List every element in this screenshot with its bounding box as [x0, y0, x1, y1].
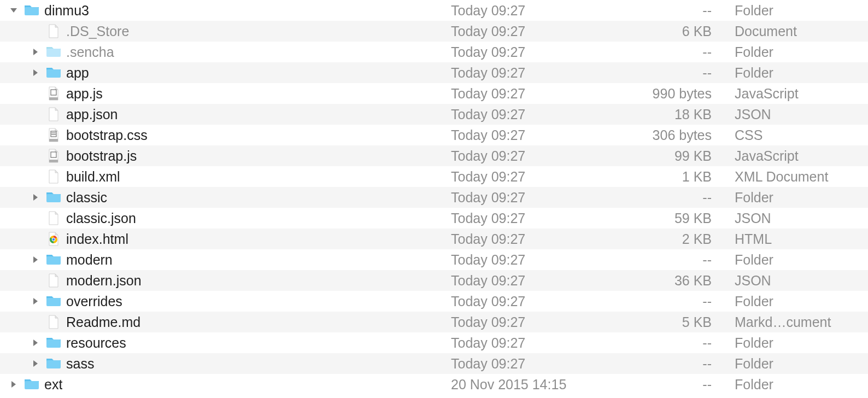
- file-row[interactable]: classicToday 09:27--Folder: [0, 187, 868, 208]
- disclosure-right-icon[interactable]: [30, 338, 41, 347]
- file-kind: Folder: [732, 356, 868, 372]
- file-date: Today 09:27: [445, 231, 599, 247]
- file-name-cell: resources: [0, 335, 445, 351]
- disclosure-right-icon[interactable]: [8, 380, 19, 389]
- file-name: build.xml: [66, 169, 120, 185]
- file-name-cell: dinmu3: [0, 2, 445, 19]
- file-name: sass: [66, 356, 94, 372]
- css-file-icon: [45, 127, 62, 143]
- disclosure-right-icon[interactable]: [30, 68, 41, 77]
- file-name-cell: classic.json: [0, 210, 445, 226]
- file-name: ext: [44, 377, 62, 393]
- file-row[interactable]: overridesToday 09:27--Folder: [0, 291, 868, 312]
- file-name-cell: Readme.md: [0, 314, 445, 330]
- file-row[interactable]: app.jsonToday 09:2718 KBJSON: [0, 104, 868, 125]
- file-kind: Folder: [732, 3, 868, 19]
- file-date: Today 09:27: [445, 127, 599, 143]
- file-name-cell: sass: [0, 355, 445, 372]
- file-size: 18 KB: [599, 107, 732, 122]
- file-kind: JavaScript: [732, 86, 868, 102]
- file-name: modern: [66, 252, 113, 268]
- file-date: Today 09:27: [445, 44, 599, 60]
- file-row[interactable]: classic.jsonToday 09:2759 KBJSON: [0, 208, 868, 229]
- file-row[interactable]: modernToday 09:27--Folder: [0, 249, 868, 270]
- file-kind: XML Document: [732, 169, 868, 185]
- file-size: --: [599, 356, 732, 372]
- file-date: Today 09:27: [445, 314, 599, 330]
- file-row[interactable]: index.htmlToday 09:272 KBHTML: [0, 229, 868, 249]
- file-date: Today 09:27: [445, 210, 599, 226]
- file-date: Today 09:27: [445, 356, 599, 372]
- folder-icon: [45, 293, 62, 309]
- file-row[interactable]: .DS_StoreToday 09:276 KBDocument: [0, 21, 868, 42]
- folder-icon: [24, 376, 40, 393]
- file-name: resources: [66, 335, 126, 351]
- file-name: .DS_Store: [66, 24, 129, 39]
- file-row[interactable]: sassToday 09:27--Folder: [0, 353, 868, 374]
- file-row[interactable]: bootstrap.cssToday 09:27306 bytesCSS: [0, 125, 868, 145]
- file-size: 2 KB: [599, 231, 732, 247]
- file-name: overrides: [66, 294, 122, 309]
- file-kind: Document: [732, 24, 868, 39]
- file-date: Today 09:27: [445, 252, 599, 268]
- file-kind: CSS: [732, 127, 868, 143]
- folder-icon: [24, 2, 40, 19]
- file-date: Today 09:27: [445, 86, 599, 102]
- file-size: --: [599, 335, 732, 351]
- folder-icon: [45, 335, 62, 351]
- file-size: 59 KB: [599, 210, 732, 226]
- file-name-cell: build.xml: [0, 168, 445, 185]
- file-name: Readme.md: [66, 314, 140, 330]
- file-size: --: [599, 294, 732, 309]
- file-kind: Folder: [732, 252, 868, 268]
- file-kind: JSON: [732, 273, 868, 289]
- file-date: Today 09:27: [445, 107, 599, 122]
- file-kind: Folder: [732, 377, 868, 393]
- file-row[interactable]: ext20 Nov 2015 14:15--Folder: [0, 374, 868, 395]
- javascript-file-icon: [45, 85, 62, 102]
- file-name-cell: app.json: [0, 106, 445, 122]
- disclosure-right-icon[interactable]: [30, 193, 41, 202]
- document-icon: [45, 314, 62, 330]
- file-row[interactable]: .senchaToday 09:27--Folder: [0, 42, 868, 62]
- file-name: bootstrap.css: [66, 127, 148, 143]
- file-kind: Folder: [732, 294, 868, 309]
- file-name-cell: modern.json: [0, 272, 445, 289]
- disclosure-right-icon[interactable]: [30, 297, 41, 306]
- document-icon: [45, 272, 62, 289]
- file-kind: Folder: [732, 65, 868, 81]
- file-size: 306 bytes: [599, 127, 732, 143]
- file-name-cell: classic: [0, 189, 445, 206]
- folder-icon: [45, 355, 62, 372]
- disclosure-right-icon[interactable]: [30, 359, 41, 368]
- file-row[interactable]: dinmu3Today 09:27--Folder: [0, 0, 868, 21]
- disclosure-right-icon[interactable]: [30, 255, 41, 264]
- file-date: Today 09:27: [445, 3, 599, 19]
- file-name-cell: overrides: [0, 293, 445, 309]
- file-name: app: [66, 65, 89, 81]
- file-name-cell: app: [0, 65, 445, 81]
- file-row[interactable]: Readme.mdToday 09:275 KBMarkd…cument: [0, 312, 868, 332]
- file-row[interactable]: appToday 09:27--Folder: [0, 62, 868, 83]
- file-date: Today 09:27: [445, 335, 599, 351]
- file-row[interactable]: app.jsToday 09:27990 bytesJavaScript: [0, 83, 868, 104]
- file-name: app.js: [66, 86, 103, 102]
- file-name: .sencha: [66, 44, 114, 60]
- document-icon: [45, 168, 62, 185]
- file-kind: Folder: [732, 190, 868, 206]
- file-row[interactable]: modern.jsonToday 09:2736 KBJSON: [0, 270, 868, 291]
- file-size: --: [599, 65, 732, 81]
- file-kind: JSON: [732, 210, 868, 226]
- file-row[interactable]: bootstrap.jsToday 09:2799 KBJavaScript: [0, 145, 868, 166]
- file-name-cell: ext: [0, 376, 445, 393]
- disclosure-down-icon[interactable]: [8, 6, 19, 15]
- file-row[interactable]: resourcesToday 09:27--Folder: [0, 332, 868, 353]
- file-row[interactable]: build.xmlToday 09:271 KBXML Document: [0, 166, 868, 187]
- file-size: --: [599, 190, 732, 206]
- document-icon: [45, 23, 62, 39]
- file-list: dinmu3Today 09:27--Folder.DS_StoreToday …: [0, 0, 868, 395]
- disclosure-right-icon[interactable]: [30, 48, 41, 56]
- file-size: 990 bytes: [599, 86, 732, 102]
- file-size: --: [599, 3, 732, 19]
- file-date: Today 09:27: [445, 190, 599, 206]
